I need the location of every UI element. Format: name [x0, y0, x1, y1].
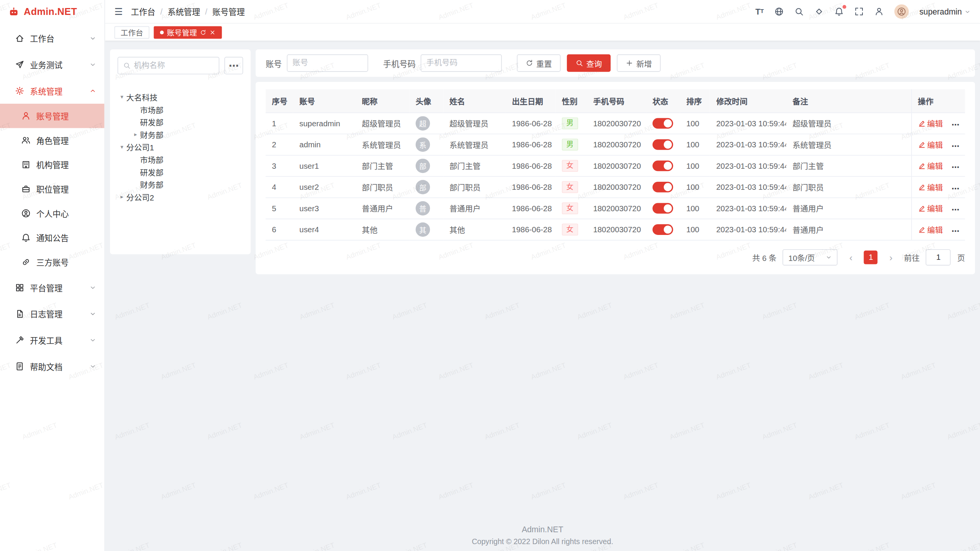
more-actions-button[interactable]: ⋯: [952, 184, 960, 193]
more-actions-button[interactable]: ⋯: [952, 142, 960, 150]
sidebar-item-log-mgmt[interactable]: 日志管理: [0, 300, 105, 327]
user-menu[interactable]: superadmin: [920, 7, 971, 16]
status-toggle[interactable]: [652, 224, 673, 235]
cell-phone: 18020030720: [587, 176, 646, 198]
fullscreen-icon[interactable]: [854, 7, 864, 16]
theme-icon[interactable]: [814, 7, 823, 16]
tree-node[interactable]: ▸ 财务部: [118, 128, 243, 141]
column-header: 手机号码: [587, 89, 646, 112]
edit-button[interactable]: 编辑: [918, 202, 943, 214]
font-size-icon[interactable]: TT: [755, 8, 764, 16]
next-page-button[interactable]: ›: [884, 251, 898, 264]
edit-button[interactable]: 编辑: [918, 160, 943, 172]
page-size-select[interactable]: 10条/页: [783, 249, 838, 265]
tree-node[interactable]: 研发部: [118, 116, 243, 128]
search-icon: [123, 62, 131, 70]
cell-remark: 系统管理员: [786, 134, 911, 155]
sidebar-item-org-mgmt[interactable]: 机构管理: [0, 152, 105, 177]
sidebar-item-workbench[interactable]: 工作台: [0, 25, 105, 51]
cell-gender: 男: [555, 134, 587, 155]
cell-modified-time: 2023-01-03 10:59:44: [710, 219, 786, 240]
more-actions-button[interactable]: ⋯: [952, 205, 960, 214]
sidebar-item-personal-center[interactable]: 个人中心: [0, 201, 105, 226]
goto-page-input[interactable]: [926, 249, 951, 265]
sidebar-item-position-mgmt[interactable]: 职位管理: [0, 177, 105, 201]
status-toggle[interactable]: [652, 182, 673, 192]
add-button[interactable]: 新增: [617, 54, 661, 72]
search-icon[interactable]: [794, 7, 804, 16]
breadcrumb-item[interactable]: 系统管理: [168, 6, 200, 18]
more-actions-button[interactable]: ⋯: [952, 120, 960, 129]
org-name-input[interactable]: [134, 61, 214, 70]
cell-modified-time: 2023-01-03 10:59:44: [710, 198, 786, 219]
caret-down-icon[interactable]: ▾: [118, 94, 126, 100]
prev-page-button[interactable]: ‹: [844, 251, 858, 264]
edit-button[interactable]: 编辑: [918, 181, 943, 193]
language-icon[interactable]: [774, 7, 784, 16]
status-toggle[interactable]: [652, 118, 673, 129]
org-tree: ▾ 大名科技 市场部 研发部 ▸ 财务部: [118, 91, 243, 203]
status-toggle[interactable]: [652, 203, 673, 214]
sidebar-item-third-party-account[interactable]: 三方账号: [0, 250, 105, 274]
profile-icon[interactable]: [874, 7, 884, 16]
tree-node-label: 市场部: [140, 103, 163, 115]
cell-remark: 超级管理员: [786, 113, 911, 134]
chevron-down-icon: [826, 254, 832, 260]
caret-right-icon[interactable]: ▸: [131, 132, 140, 137]
menu-collapse-icon[interactable]: ☰: [114, 7, 123, 16]
tree-node[interactable]: ▸ 分公司2: [118, 191, 243, 203]
sidebar-item-role-mgmt[interactable]: 角色管理: [0, 128, 105, 153]
edit-button[interactable]: 编辑: [918, 117, 943, 129]
sidebar-item-help-docs[interactable]: 帮助文档: [0, 353, 105, 379]
query-form: 账号 手机号码 重置: [256, 49, 975, 77]
tab-account-mgmt[interactable]: 账号管理: [154, 26, 222, 39]
sidebar-item-account-mgmt[interactable]: 账号管理: [0, 104, 105, 128]
avatar: 系: [416, 137, 430, 152]
account-filter-input[interactable]: [292, 59, 363, 67]
caret-down-icon[interactable]: ▾: [118, 144, 126, 150]
status-toggle[interactable]: [652, 139, 673, 150]
sidebar-item-notice[interactable]: 通知公告: [0, 225, 105, 250]
close-tab-icon[interactable]: [209, 29, 216, 35]
accounts-table-card: 序号 账号 昵称 头像 姓名 出生日期 性别 手机号码 状态 排序 修改时间: [256, 82, 975, 274]
sidebar-item-platform-mgmt[interactable]: 平台管理: [0, 274, 105, 301]
status-toggle[interactable]: [652, 161, 673, 171]
query-button[interactable]: 查询: [567, 54, 611, 72]
refresh-tab-icon[interactable]: [200, 29, 206, 35]
cell-status: [646, 155, 680, 177]
cell-phone: 18020030720: [587, 198, 646, 219]
topbar-tools: TT superadmin: [755, 4, 970, 19]
caret-right-icon[interactable]: ▸: [118, 194, 126, 200]
edit-button[interactable]: 编辑: [918, 223, 943, 235]
breadcrumb-item[interactable]: 工作台: [131, 6, 155, 18]
tree-node[interactable]: 市场部: [118, 153, 243, 166]
menu-label: 系统管理: [30, 85, 62, 96]
cell-actions: 编辑⋯: [911, 219, 965, 240]
sidebar-item-dev-tools[interactable]: 开发工具: [0, 327, 105, 353]
edit-button[interactable]: 编辑: [918, 139, 943, 150]
cell-index: 1: [266, 113, 293, 134]
cell-avatar: 超: [409, 113, 443, 134]
sidebar-item-system-mgmt[interactable]: 系统管理: [0, 77, 105, 104]
phone-filter-input[interactable]: [426, 59, 497, 67]
sidebar-item-business-test[interactable]: 业务测试: [0, 51, 105, 78]
notification-icon[interactable]: [835, 7, 844, 16]
more-actions-button[interactable]: ⋯: [952, 163, 960, 171]
tree-node[interactable]: ▾ 大名科技: [118, 91, 243, 103]
cell-sort: 100: [680, 155, 710, 177]
reset-button[interactable]: 重置: [517, 54, 560, 72]
user-avatar[interactable]: [894, 4, 909, 19]
current-page-button[interactable]: 1: [864, 251, 878, 264]
edit-button-label: 编辑: [927, 181, 943, 193]
document-icon: [15, 361, 24, 370]
tree-node[interactable]: 市场部: [118, 103, 243, 116]
cell-index: 4: [266, 176, 293, 198]
menu-label: 平台管理: [30, 282, 62, 293]
tree-node[interactable]: ▾ 分公司1: [118, 140, 243, 153]
tree-node[interactable]: 研发部: [118, 166, 243, 178]
account-filter-group: 账号: [266, 54, 368, 72]
org-more-button[interactable]: ⋯: [224, 57, 243, 75]
tree-node[interactable]: 财务部: [118, 178, 243, 191]
more-actions-button[interactable]: ⋯: [952, 227, 960, 235]
tab-workbench[interactable]: 工作台: [114, 26, 149, 39]
